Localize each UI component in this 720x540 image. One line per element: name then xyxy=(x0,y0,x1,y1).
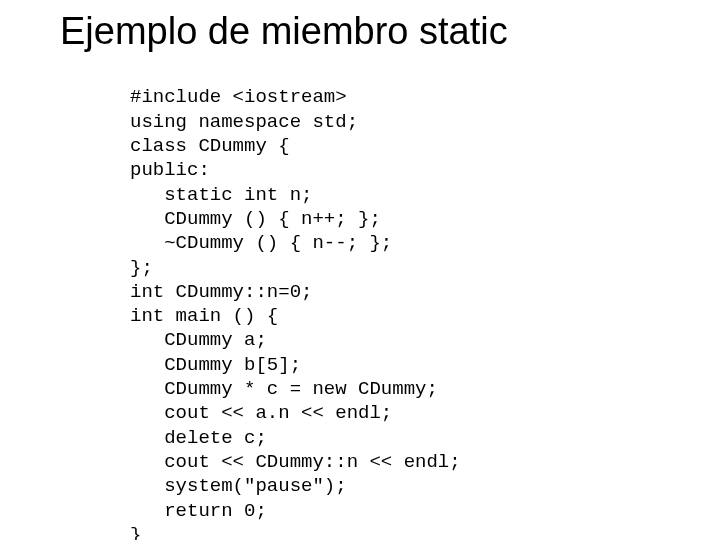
code-line: CDummy b[5]; xyxy=(130,354,301,376)
slide: Ejemplo de miembro static #include <iost… xyxy=(0,0,720,540)
code-line: static int n; xyxy=(130,184,312,206)
code-line: return 0; xyxy=(130,500,267,522)
code-line: int main () { xyxy=(130,305,278,327)
code-line: } xyxy=(130,524,141,540)
code-line: delete c; xyxy=(130,427,267,449)
code-line: using namespace std; xyxy=(130,111,358,133)
code-line: #include <iostream> xyxy=(130,86,347,108)
code-line: int CDummy::n=0; xyxy=(130,281,312,303)
code-line: CDummy a; xyxy=(130,329,267,351)
code-block: #include <iostream> using namespace std;… xyxy=(130,61,680,540)
code-line: CDummy () { n++; }; xyxy=(130,208,381,230)
slide-title: Ejemplo de miembro static xyxy=(60,10,680,53)
code-line: public: xyxy=(130,159,210,181)
code-line: system("pause"); xyxy=(130,475,347,497)
code-line: }; xyxy=(130,257,153,279)
code-line: class CDummy { xyxy=(130,135,290,157)
code-line: ~CDummy () { n--; }; xyxy=(130,232,392,254)
code-line: cout << CDummy::n << endl; xyxy=(130,451,461,473)
code-line: cout << a.n << endl; xyxy=(130,402,392,424)
code-line: CDummy * c = new CDummy; xyxy=(130,378,438,400)
